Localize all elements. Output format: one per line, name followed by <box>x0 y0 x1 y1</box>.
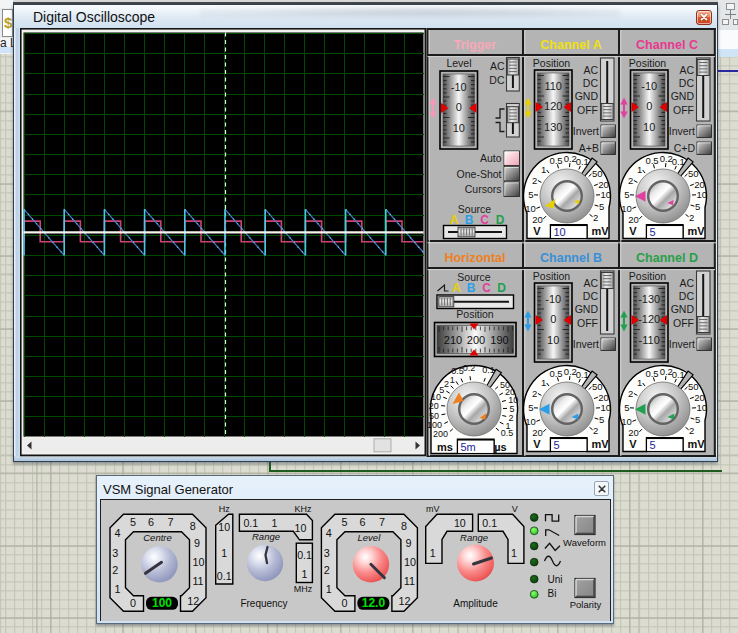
svg-text:Waveform: Waveform <box>563 537 606 548</box>
svg-text:10: 10 <box>454 517 466 529</box>
svg-text:11: 11 <box>192 575 203 587</box>
svg-text:50: 50 <box>429 411 439 421</box>
svg-text:10: 10 <box>218 521 230 533</box>
svg-text:Invert: Invert <box>669 125 695 137</box>
svg-text:Channel D: Channel D <box>636 251 698 265</box>
svg-text:10: 10 <box>554 226 566 238</box>
svg-text:3: 3 <box>112 546 118 558</box>
svg-text:8: 8 <box>401 519 407 531</box>
svg-text:9: 9 <box>194 536 200 548</box>
svg-text:2: 2 <box>112 564 118 576</box>
svg-text:0.2: 0.2 <box>463 363 476 373</box>
svg-text:Channel A: Channel A <box>540 38 601 52</box>
svg-text:C: C <box>480 213 489 227</box>
svg-text:C+D: C+D <box>674 142 696 154</box>
svg-text:C: C <box>482 281 491 295</box>
svg-text:0.1: 0.1 <box>672 156 685 167</box>
svg-text:D: D <box>497 281 506 295</box>
svg-text:Range: Range <box>252 530 280 541</box>
svg-text:mV: mV <box>591 438 609 450</box>
svg-text:50: 50 <box>592 381 603 392</box>
svg-text:Horizontal: Horizontal <box>444 251 505 265</box>
svg-text:-10: -10 <box>545 293 561 305</box>
svg-text:GND: GND <box>671 90 695 102</box>
svg-text:6: 6 <box>148 516 154 528</box>
svg-text:-10: -10 <box>641 80 657 92</box>
svg-text:2: 2 <box>628 175 633 186</box>
svg-text:0.1: 0.1 <box>576 156 589 167</box>
svg-text:0: 0 <box>550 313 556 325</box>
svg-text:A: A <box>452 281 461 295</box>
svg-text:ms: ms <box>437 441 453 453</box>
svg-text:5: 5 <box>599 414 604 425</box>
svg-text:AC: AC <box>490 60 505 72</box>
svg-text:6: 6 <box>359 516 365 528</box>
svg-text:20: 20 <box>429 401 439 411</box>
svg-text:-120: -120 <box>638 313 660 325</box>
svg-text:10: 10 <box>547 334 559 346</box>
svg-text:Range: Range <box>460 532 488 543</box>
svg-text:1: 1 <box>541 164 546 175</box>
svg-text:0: 0 <box>646 100 652 112</box>
svg-text:Channel C: Channel C <box>636 38 698 52</box>
svg-text:Frequency: Frequency <box>240 597 287 608</box>
svg-text:10: 10 <box>697 189 708 200</box>
svg-text:2: 2 <box>628 388 633 399</box>
svg-text:1: 1 <box>272 517 278 529</box>
svg-text:2: 2 <box>689 212 694 223</box>
svg-text:Position: Position <box>629 270 667 282</box>
svg-text:Channel B: Channel B <box>540 251 602 265</box>
svg-text:0.5: 0.5 <box>645 368 658 379</box>
svg-text:5: 5 <box>624 402 629 413</box>
svg-text:V: V <box>533 225 541 237</box>
svg-text:0: 0 <box>341 597 347 609</box>
svg-text:2: 2 <box>593 212 598 223</box>
svg-text:OFF: OFF <box>673 104 694 116</box>
svg-text:mV: mV <box>591 225 609 237</box>
svg-text:-110: -110 <box>639 334 660 346</box>
svg-text:5: 5 <box>599 201 604 212</box>
svg-text:KHz: KHz <box>294 503 312 513</box>
svg-text:Invert: Invert <box>669 338 695 350</box>
svg-text:1: 1 <box>430 547 436 559</box>
svg-text:GND: GND <box>575 303 599 315</box>
svg-text:OFF: OFF <box>673 317 694 329</box>
svg-text:11: 11 <box>404 575 415 587</box>
svg-text:Position: Position <box>533 57 571 69</box>
svg-text:20: 20 <box>628 214 639 225</box>
svg-text:200: 200 <box>467 334 485 346</box>
svg-text:0: 0 <box>130 597 136 609</box>
svg-text:AC: AC <box>583 64 598 76</box>
svg-text:5m: 5m <box>461 441 476 453</box>
svg-text:190: 190 <box>490 334 508 346</box>
svg-text:0.5: 0.5 <box>549 368 562 379</box>
svg-text:9: 9 <box>405 536 411 548</box>
svg-text:0.1: 0.1 <box>482 517 497 529</box>
svg-text:5: 5 <box>528 402 533 413</box>
svg-text:OFF: OFF <box>577 104 598 116</box>
svg-text:2: 2 <box>444 379 449 389</box>
svg-text:GND: GND <box>671 303 695 315</box>
svg-text:110: 110 <box>544 80 562 92</box>
svg-text:AC: AC <box>583 277 598 289</box>
svg-text:Hz: Hz <box>219 503 230 513</box>
svg-text:Invert: Invert <box>573 125 599 137</box>
svg-text:0: 0 <box>456 101 462 113</box>
svg-text:DC: DC <box>679 77 695 89</box>
svg-text:AC: AC <box>679 277 694 289</box>
svg-text:-130: -130 <box>638 293 660 305</box>
svg-text:GND: GND <box>575 90 599 102</box>
svg-text:Amplitude: Amplitude <box>453 597 498 608</box>
svg-text:10: 10 <box>697 402 708 413</box>
svg-text:7: 7 <box>379 516 385 528</box>
svg-text:20: 20 <box>694 392 705 403</box>
svg-text:Invert: Invert <box>573 338 599 350</box>
svg-text:10: 10 <box>525 203 536 214</box>
svg-text:0.1: 0.1 <box>243 517 258 529</box>
svg-text:V: V <box>512 503 518 513</box>
svg-text:20: 20 <box>532 214 543 225</box>
svg-text:DC: DC <box>583 77 599 89</box>
svg-text:10: 10 <box>643 121 655 133</box>
svg-text:D: D <box>496 213 505 227</box>
svg-text:10: 10 <box>295 522 307 534</box>
